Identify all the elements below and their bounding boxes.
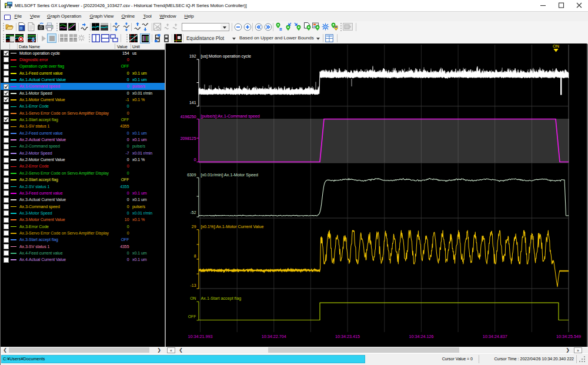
svg-text:ON: ON bbox=[190, 296, 196, 300]
svg-text:ON: ON bbox=[553, 43, 559, 49]
svg-text:10:34:22.704: 10:34:22.704 bbox=[262, 334, 286, 339]
svg-text:8: 8 bbox=[194, 254, 196, 258]
svg-text:[pulse/s]:Ax.1-Command speed: [pulse/s]:Ax.1-Command speed bbox=[201, 113, 260, 119]
svg-text:-13: -13 bbox=[191, 283, 196, 287]
svg-text:29: 29 bbox=[192, 225, 196, 229]
svg-text:Ax.1-Start accept flag: Ax.1-Start accept flag bbox=[201, 296, 242, 301]
svg-text:10:34:25.549: 10:34:25.549 bbox=[556, 334, 581, 339]
svg-text:10:34:24.126: 10:34:24.126 bbox=[409, 334, 433, 339]
svg-text:10:34:23.415: 10:34:23.415 bbox=[335, 334, 360, 339]
svg-text:2098125: 2098125 bbox=[181, 136, 196, 140]
svg-text:[us]:Motion operation cycle: [us]:Motion operation cycle bbox=[201, 53, 252, 59]
svg-text:0: 0 bbox=[194, 158, 196, 162]
svg-text:6309: 6309 bbox=[187, 173, 196, 177]
svg-text:[x0.1%]:Ax.1-Motor Current Val: [x0.1%]:Ax.1-Motor Current Value bbox=[201, 224, 264, 229]
svg-text:-52: -52 bbox=[191, 210, 196, 215]
svg-text:[x0.01r/min]:Ax.1-Motor Speed: [x0.01r/min]:Ax.1-Motor Speed bbox=[201, 172, 258, 178]
svg-text:10:34:21.993: 10:34:21.993 bbox=[188, 334, 213, 339]
svg-text:192: 192 bbox=[189, 54, 196, 58]
svg-text:4196250: 4196250 bbox=[181, 115, 196, 119]
svg-text:OFF: OFF bbox=[188, 314, 196, 319]
svg-text:141: 141 bbox=[189, 101, 196, 105]
svg-text:10:34:24.837: 10:34:24.837 bbox=[483, 334, 507, 339]
